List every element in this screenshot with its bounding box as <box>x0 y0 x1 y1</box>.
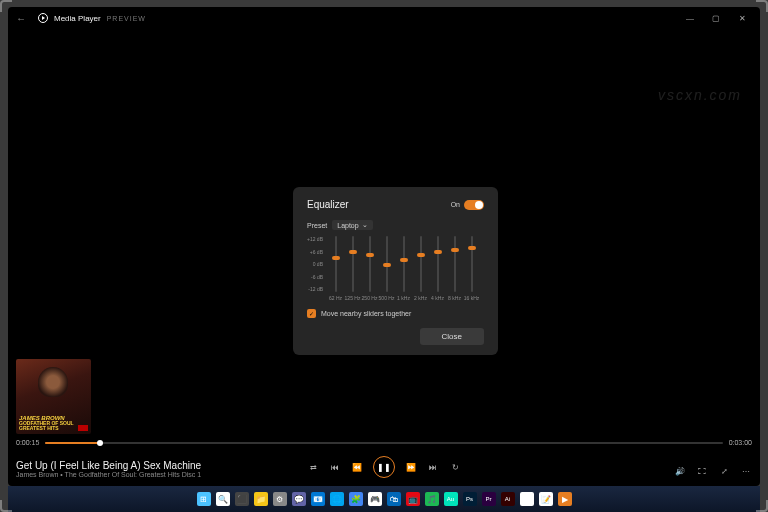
taskbar-icon[interactable]: 🌐 <box>330 492 344 506</box>
preview-badge: PREVIEW <box>107 15 146 22</box>
taskbar-icon[interactable]: 📺 <box>406 492 420 506</box>
eq-band[interactable]: 4 kHz <box>429 236 446 301</box>
eq-toggle[interactable]: On <box>451 200 484 210</box>
link-sliders-label: Move nearby sliders together <box>321 310 411 317</box>
eq-band[interactable]: 2 kHz <box>412 236 429 301</box>
taskbar-icon[interactable]: 📝 <box>539 492 553 506</box>
transport-controls: ⇄ ⏮ ⏪ ❚❚ ⏩ ⏭ ↻ <box>307 456 461 478</box>
miniplayer-button[interactable]: ⤢ <box>718 467 730 476</box>
link-sliders-checkbox[interactable]: ✓ <box>307 309 316 318</box>
taskbar-icon[interactable]: 🎵 <box>425 492 439 506</box>
play-pause-button[interactable]: ❚❚ <box>373 456 395 478</box>
taskbar-icon[interactable]: 🔍 <box>216 492 230 506</box>
eq-scale: +12 dB+6 dB0 dB-6 dB-12 dB <box>307 236 323 292</box>
repeat-button[interactable]: ↻ <box>449 463 461 472</box>
eq-band[interactable]: 8 kHz <box>446 236 463 301</box>
eq-band[interactable]: 125 Hz <box>344 236 361 301</box>
forward-button[interactable]: ⏩ <box>405 463 417 472</box>
next-button[interactable]: ⏭ <box>427 463 439 472</box>
taskbar-icon[interactable]: Ai <box>501 492 515 506</box>
eq-band[interactable]: 250 Hz <box>361 236 378 301</box>
taskbar-icon[interactable]: 🛍 <box>387 492 401 506</box>
eq-band[interactable]: 1 kHz <box>395 236 412 301</box>
app-window: ← Media Player PREVIEW — ▢ ✕ vscxn.com J… <box>8 7 760 486</box>
right-controls: 🔊 ⛶ ⤢ ⋯ <box>674 467 752 476</box>
band-label: 8 kHz <box>448 295 461 301</box>
band-label: 250 Hz <box>362 295 378 301</box>
band-label: 500 Hz <box>379 295 395 301</box>
band-label: 62 Hz <box>329 295 342 301</box>
maximize-button[interactable]: ▢ <box>706 14 726 23</box>
eq-band[interactable]: 16 kHz <box>463 236 480 301</box>
taskbar-icon[interactable]: ⊞ <box>197 492 211 506</box>
taskbar-icon[interactable]: 💬 <box>292 492 306 506</box>
song-artist: James Brown • The Godfather Of Soul: Gre… <box>16 471 201 478</box>
titlebar: ← Media Player PREVIEW — ▢ ✕ <box>8 7 760 29</box>
dialog-title: Equalizer <box>307 199 349 210</box>
taskbar-icon[interactable]: Pr <box>482 492 496 506</box>
taskbar: ⊞🔍⬛📁⚙💬📧🌐🧩🎮🛍📺🎵AuPsPrAi🗂📝▶ <box>8 486 760 512</box>
taskbar-icon[interactable]: 📧 <box>311 492 325 506</box>
eq-band[interactable]: 500 Hz <box>378 236 395 301</box>
total-time: 0:03:00 <box>729 439 752 446</box>
back-button[interactable]: ← <box>16 13 32 24</box>
band-label: 1 kHz <box>397 295 410 301</box>
app-icon <box>38 13 48 23</box>
band-label: 16 kHz <box>464 295 480 301</box>
prev-button[interactable]: ⏮ <box>329 463 341 472</box>
eq-bands: +12 dB+6 dB0 dB-6 dB-12 dB 62 Hz125 Hz25… <box>307 236 484 301</box>
close-button[interactable]: Close <box>420 328 484 345</box>
album-art[interactable]: JAMES BROWN GODFATHER OF SOUL GREATEST H… <box>16 359 91 434</box>
volume-button[interactable]: 🔊 <box>674 467 686 476</box>
app-title: Media Player <box>54 14 101 23</box>
rewind-button[interactable]: ⏪ <box>351 463 363 472</box>
close-window-button[interactable]: ✕ <box>732 14 752 23</box>
taskbar-icon[interactable]: ▶ <box>558 492 572 506</box>
more-button[interactable]: ⋯ <box>740 467 752 476</box>
eq-band[interactable]: 62 Hz <box>327 236 344 301</box>
taskbar-icon[interactable]: 🎮 <box>368 492 382 506</box>
band-label: 125 Hz <box>345 295 361 301</box>
equalizer-dialog: Equalizer On Preset Laptop ⌄ +12 dB+6 dB… <box>293 187 498 355</box>
taskbar-icon[interactable]: Ps <box>463 492 477 506</box>
minimize-button[interactable]: — <box>680 14 700 23</box>
toggle-switch-icon <box>464 200 484 210</box>
watermark: vscxn.com <box>658 87 742 103</box>
taskbar-icon[interactable]: 📁 <box>254 492 268 506</box>
elapsed-time: 0:00:15 <box>16 439 39 446</box>
taskbar-icon[interactable]: 🗂 <box>520 492 534 506</box>
chevron-down-icon: ⌄ <box>362 221 368 229</box>
taskbar-icon[interactable]: Au <box>444 492 458 506</box>
now-playing: Get Up (I Feel Like Being A) Sex Machine… <box>16 460 201 478</box>
preset-label: Preset <box>307 222 327 229</box>
fullscreen-button[interactable]: ⛶ <box>696 467 708 476</box>
preset-select[interactable]: Laptop ⌄ <box>332 220 372 230</box>
taskbar-icon[interactable]: 🧩 <box>349 492 363 506</box>
seek-bar[interactable] <box>45 442 722 444</box>
song-title: Get Up (I Feel Like Being A) Sex Machine <box>16 460 201 471</box>
band-label: 4 kHz <box>431 295 444 301</box>
shuffle-button[interactable]: ⇄ <box>307 463 319 472</box>
taskbar-icon[interactable]: ⬛ <box>235 492 249 506</box>
seek-row: 0:00:15 0:03:00 <box>16 439 752 446</box>
band-label: 2 kHz <box>414 295 427 301</box>
taskbar-icon[interactable]: ⚙ <box>273 492 287 506</box>
